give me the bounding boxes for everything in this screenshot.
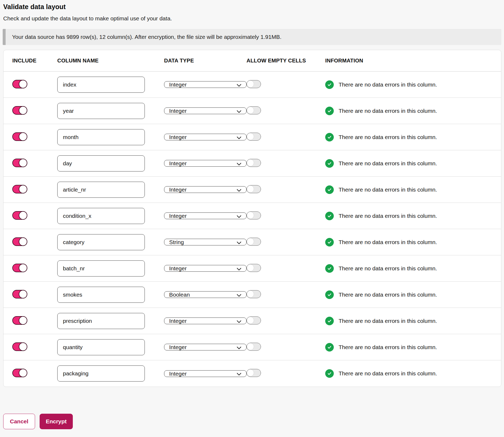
success-check-icon — [325, 317, 334, 325]
success-check-icon — [325, 159, 334, 168]
allow-empty-toggle[interactable] — [247, 238, 261, 246]
allow-empty-toggle[interactable] — [247, 211, 261, 219]
column-name-input[interactable] — [57, 313, 145, 329]
header-data-type: DATA TYPE — [164, 58, 247, 64]
success-check-icon — [325, 369, 334, 378]
status-message: There are no data errors in this column. — [339, 160, 437, 167]
data-type-select[interactable]: String — [164, 239, 247, 245]
column-name-input[interactable] — [57, 287, 145, 303]
data-type-select[interactable]: Integer — [164, 344, 247, 350]
allow-empty-toggle[interactable] — [247, 316, 261, 324]
status-message: There are no data errors in this column. — [339, 134, 437, 140]
table-row: Integer There are no data errors in this… — [3, 255, 501, 282]
data-type-select[interactable]: Integer — [164, 160, 247, 167]
include-toggle[interactable] — [12, 185, 27, 193]
toggle-knob — [247, 290, 254, 298]
column-status: There are no data errors in this column. — [325, 80, 501, 89]
include-toggle[interactable] — [12, 342, 27, 351]
column-status: There are no data errors in this column. — [325, 238, 501, 246]
status-message: There are no data errors in this column. — [339, 370, 437, 377]
data-type-select[interactable]: Integer — [164, 265, 247, 272]
toggle-knob — [19, 159, 27, 167]
toggle-knob — [19, 106, 27, 115]
include-toggle[interactable] — [12, 290, 27, 298]
allow-empty-toggle[interactable] — [247, 133, 261, 141]
page-subtitle: Check and update the data layout to make… — [3, 14, 501, 23]
status-message: There are no data errors in this column. — [339, 265, 437, 272]
column-name-input[interactable] — [57, 103, 145, 119]
column-status: There are no data errors in this column. — [325, 185, 501, 194]
allow-empty-toggle[interactable] — [247, 369, 261, 377]
table-row: Integer There are no data errors in this… — [3, 203, 501, 229]
include-toggle[interactable] — [12, 369, 27, 377]
success-check-icon — [325, 343, 334, 352]
data-layout-table: INCLUDE COLUMN NAME DATA TYPE ALLOW EMPT… — [3, 50, 501, 387]
status-message: There are no data errors in this column. — [339, 186, 437, 193]
allow-empty-toggle[interactable] — [247, 290, 261, 298]
toggle-knob — [247, 238, 254, 245]
column-status: There are no data errors in this column. — [325, 212, 501, 220]
toggle-knob — [247, 212, 254, 219]
include-toggle[interactable] — [12, 106, 27, 115]
toggle-knob — [247, 185, 254, 193]
allow-empty-toggle[interactable] — [247, 264, 261, 272]
include-toggle[interactable] — [12, 132, 27, 141]
column-name-input[interactable] — [57, 182, 145, 198]
toggle-knob — [247, 369, 254, 376]
allow-empty-toggle[interactable] — [247, 159, 261, 167]
toggle-knob — [19, 80, 27, 88]
toggle-knob — [247, 159, 254, 166]
toggle-knob — [247, 107, 254, 114]
column-name-input[interactable] — [57, 155, 145, 171]
column-name-input[interactable] — [57, 365, 145, 382]
column-name-input[interactable] — [57, 260, 145, 277]
table-row: Integer There are no data errors in this… — [3, 334, 501, 360]
data-type-select[interactable]: Integer — [164, 134, 247, 140]
info-banner: Your data source has 9899 row(s), 12 col… — [3, 29, 501, 45]
allow-empty-toggle[interactable] — [247, 343, 261, 351]
include-toggle[interactable] — [12, 316, 27, 325]
data-type-select[interactable]: Integer — [164, 370, 247, 377]
column-name-input[interactable] — [57, 234, 145, 250]
data-type-select[interactable]: Integer — [164, 186, 247, 193]
include-toggle[interactable] — [12, 159, 27, 167]
table-row: Integer There are no data errors in this… — [3, 150, 501, 177]
action-bar: Cancel Encrypt — [3, 414, 501, 429]
success-check-icon — [325, 185, 334, 194]
include-toggle[interactable] — [12, 237, 27, 246]
data-type-select[interactable]: Integer — [164, 107, 247, 114]
header-column-name: COLUMN NAME — [57, 58, 164, 64]
allow-empty-toggle[interactable] — [247, 185, 261, 193]
toggle-knob — [247, 264, 254, 271]
column-name-input[interactable] — [57, 208, 145, 224]
table-row: Integer There are no data errors in this… — [3, 308, 501, 334]
allow-empty-toggle[interactable] — [247, 106, 261, 114]
data-type-select[interactable]: Integer — [164, 81, 247, 88]
column-name-input[interactable] — [57, 129, 145, 145]
header-information: INFORMATION — [325, 58, 501, 64]
cancel-button[interactable]: Cancel — [3, 414, 35, 429]
status-message: There are no data errors in this column. — [339, 213, 437, 219]
toggle-knob — [247, 133, 254, 140]
data-type-select[interactable]: Integer — [164, 212, 247, 219]
column-status: There are no data errors in this column. — [325, 159, 501, 168]
include-toggle[interactable] — [12, 80, 27, 88]
success-check-icon — [325, 290, 334, 299]
toggle-knob — [247, 343, 254, 350]
column-name-input[interactable] — [57, 339, 145, 355]
column-name-input[interactable] — [57, 77, 145, 93]
status-message: There are no data errors in this column. — [339, 318, 437, 324]
include-toggle[interactable] — [12, 264, 27, 272]
table-row: Integer There are no data errors in this… — [3, 360, 501, 387]
encrypt-button[interactable]: Encrypt — [40, 414, 73, 429]
info-banner-text: Your data source has 9899 row(s), 12 col… — [12, 34, 282, 40]
status-message: There are no data errors in this column. — [339, 344, 437, 350]
toggle-knob — [19, 264, 27, 272]
table-row: String There are no data errors in this … — [3, 229, 501, 255]
validate-data-layout-page: Validate data layout Check and update th… — [0, 0, 504, 429]
data-type-select[interactable]: Boolean — [164, 291, 247, 298]
include-toggle[interactable] — [12, 211, 27, 220]
success-check-icon — [325, 107, 334, 115]
data-type-select[interactable]: Integer — [164, 318, 247, 324]
allow-empty-toggle[interactable] — [247, 80, 261, 88]
